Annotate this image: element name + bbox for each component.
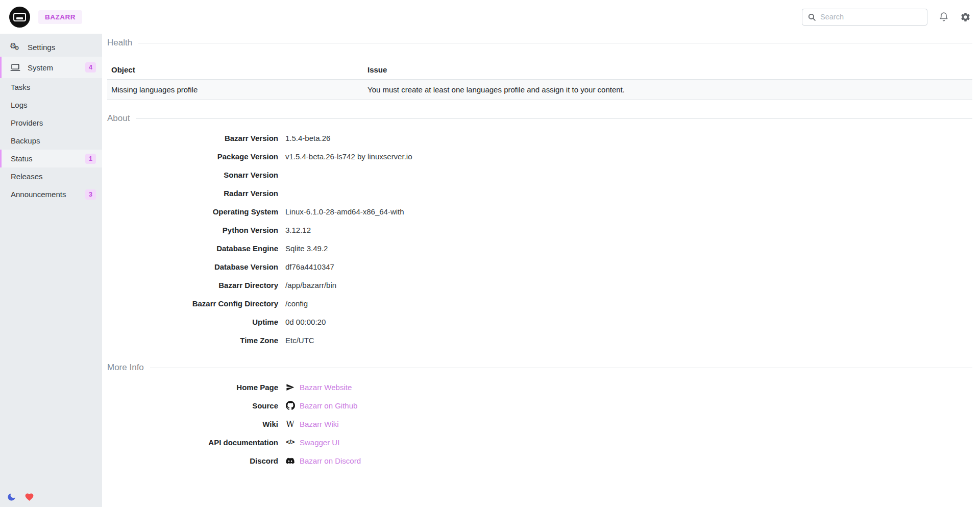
about-label: Package Version xyxy=(107,152,278,161)
sidebar-item-announcements[interactable]: Announcements 3 xyxy=(0,185,102,203)
section-divider xyxy=(150,368,972,368)
sidebar: ⚙⚙ Settings System 4 Tasks Logs Provider… xyxy=(0,34,102,507)
about-label: Operating System xyxy=(107,207,278,216)
sidebar-item-tasks[interactable]: Tasks xyxy=(0,78,102,96)
about-value: v1.5.4-beta.26-ls742 by linuxserver.io xyxy=(285,152,972,161)
table-row: Missing languages profile You must creat… xyxy=(107,80,972,100)
more-info-list: Home Page Bazarr Website Source Bazarr o… xyxy=(107,378,972,470)
health-issue-cell: You must create at least one languages p… xyxy=(363,80,972,100)
home-page-link[interactable]: Bazarr Website xyxy=(300,383,352,392)
gears-icon: ⚙⚙ xyxy=(10,41,21,53)
sidebar-item-releases[interactable]: Releases xyxy=(0,167,102,185)
about-label: Sonarr Version xyxy=(107,171,278,179)
about-label: Uptime xyxy=(107,318,278,326)
more-info-row-api-documentation: API documentation </> Swagger UI xyxy=(107,433,972,451)
more-info-label: Discord xyxy=(107,456,278,465)
health-table: Object Issue Missing languages profile Y… xyxy=(107,60,972,100)
source-link[interactable]: Bazarr on Github xyxy=(300,401,357,410)
health-section-title: Health xyxy=(107,38,972,48)
donate-button[interactable] xyxy=(24,492,34,502)
about-value: 1.5.4-beta.26 xyxy=(285,134,972,142)
more-info-label: Source xyxy=(107,401,278,410)
sidebar-item-label: Providers xyxy=(11,118,43,127)
column-header-object: Object xyxy=(107,60,363,80)
about-value: /app/bazarr/bin xyxy=(285,281,972,289)
about-value: df76a4410347 xyxy=(285,262,972,271)
about-row-uptime: Uptime 0d 00:00:20 xyxy=(107,312,972,331)
sidebar-item-logs[interactable]: Logs xyxy=(0,96,102,114)
more-info-row-wiki: Wiki W Bazarr Wiki xyxy=(107,415,972,433)
sidebar-item-settings[interactable]: ⚙⚙ Settings xyxy=(0,37,102,57)
search-input[interactable] xyxy=(820,13,922,21)
about-row-operating-system: Operating System Linux-6.1.0-28-amd64-x8… xyxy=(107,202,972,221)
api-documentation-link[interactable]: Swagger UI xyxy=(300,438,339,447)
section-title-text: More Info xyxy=(107,363,144,373)
moon-icon xyxy=(7,492,16,502)
about-value: 0d 00:00:20 xyxy=(285,318,972,326)
more-info-section-title: More Info xyxy=(107,363,972,373)
section-title-text: Health xyxy=(107,38,132,48)
paper-plane-icon xyxy=(285,383,295,392)
section-title-text: About xyxy=(107,113,130,124)
status-count-badge: 1 xyxy=(85,154,96,164)
discord-icon xyxy=(285,456,295,466)
discord-link[interactable]: Bazarr on Discord xyxy=(300,456,361,465)
sidebar-item-system[interactable]: System 4 xyxy=(0,57,102,78)
more-info-row-home-page: Home Page Bazarr Website xyxy=(107,378,972,396)
gear-icon xyxy=(960,12,971,22)
bell-icon xyxy=(939,12,949,22)
about-label: Database Engine xyxy=(107,244,278,253)
about-label: Bazarr Version xyxy=(107,134,278,142)
settings-menu-button[interactable] xyxy=(960,12,971,22)
wiki-link[interactable]: Bazarr Wiki xyxy=(300,420,339,428)
brand-badge: BAZARR xyxy=(38,10,82,24)
more-info-label: Wiki xyxy=(107,420,278,428)
sidebar-item-label: Announcements xyxy=(11,190,66,199)
about-value: Etc/UTC xyxy=(285,336,972,345)
about-row-sonarr-version: Sonarr Version xyxy=(107,165,972,184)
bazarr-logo[interactable] xyxy=(9,7,30,28)
about-row-time-zone: Time Zone Etc/UTC xyxy=(107,331,972,349)
about-label: Bazarr Directory xyxy=(107,281,278,289)
sidebar-item-label: Status xyxy=(11,154,33,163)
sidebar-item-status[interactable]: Status 1 xyxy=(0,150,102,167)
sidebar-item-label: Backups xyxy=(11,136,40,145)
search-box[interactable] xyxy=(802,9,927,26)
about-value: Sqlite 3.49.2 xyxy=(285,244,972,253)
heart-icon xyxy=(24,492,34,502)
main-content: Health Object Issue Missing languages pr… xyxy=(102,34,980,507)
health-object-cell: Missing languages profile xyxy=(107,80,363,100)
about-row-package-version: Package Version v1.5.4-beta.26-ls742 by … xyxy=(107,147,972,165)
laptop-icon xyxy=(10,62,21,73)
sidebar-item-backups[interactable]: Backups xyxy=(0,132,102,150)
about-row-database-engine: Database Engine Sqlite 3.49.2 xyxy=(107,239,972,257)
app-header: BAZARR xyxy=(0,0,980,34)
sidebar-item-providers[interactable]: Providers xyxy=(0,114,102,132)
about-row-bazarr-config-directory: Bazarr Config Directory /config xyxy=(107,294,972,312)
about-value: 3.12.12 xyxy=(285,226,972,234)
section-divider xyxy=(138,43,972,43)
notifications-button[interactable] xyxy=(939,12,949,22)
code-icon: </> xyxy=(285,439,295,446)
about-row-python-version: Python Version 3.12.12 xyxy=(107,221,972,239)
about-row-bazarr-directory: Bazarr Directory /app/bazarr/bin xyxy=(107,276,972,294)
more-info-label: Home Page xyxy=(107,383,278,392)
search-icon xyxy=(807,13,816,21)
dark-mode-toggle[interactable] xyxy=(7,492,16,502)
about-row-bazarr-version: Bazarr Version 1.5.4-beta.26 xyxy=(107,129,972,147)
about-value: Linux-6.1.0-28-amd64-x86_64-with xyxy=(285,207,972,216)
more-info-row-discord: Discord Bazarr on Discord xyxy=(107,451,972,470)
about-label: Time Zone xyxy=(107,336,278,345)
sidebar-item-label: Logs xyxy=(11,101,28,109)
sidebar-item-label: System xyxy=(28,63,53,72)
section-divider xyxy=(136,118,972,119)
more-info-label: API documentation xyxy=(107,438,278,447)
about-label: Python Version xyxy=(107,226,278,234)
announcements-count-badge: 3 xyxy=(85,189,96,200)
github-icon xyxy=(285,401,295,410)
about-list: Bazarr Version 1.5.4-beta.26 Package Ver… xyxy=(107,129,972,349)
bazarr-logo-icon xyxy=(13,13,26,21)
sidebar-footer xyxy=(7,492,34,502)
about-label: Radarr Version xyxy=(107,189,278,198)
sidebar-item-label: Settings xyxy=(28,43,55,52)
